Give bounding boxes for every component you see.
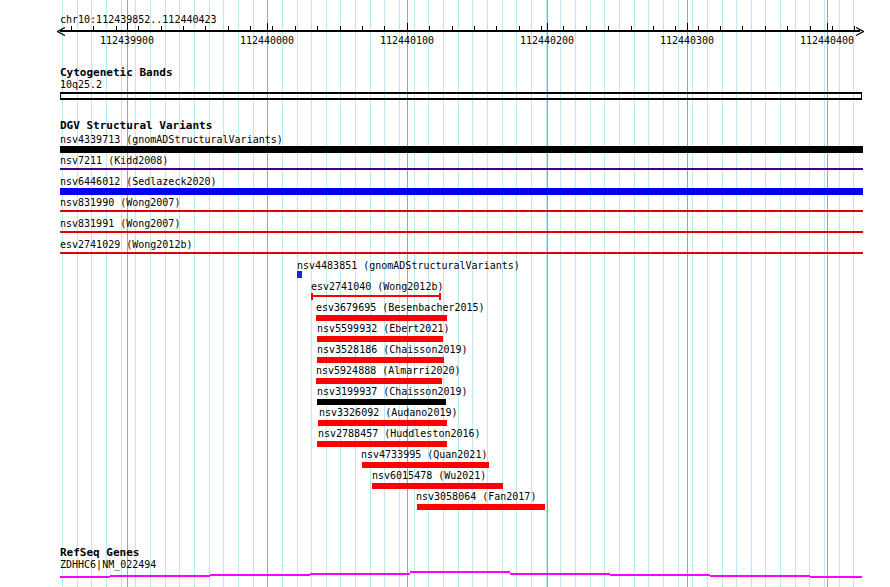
gene-segment[interactable] — [310, 573, 410, 575]
gene-segment[interactable] — [110, 575, 210, 577]
gene-segment[interactable] — [510, 573, 610, 575]
genome-browser-canvas: chr10:112439852..112440423 1124399001124… — [0, 0, 890, 587]
gene-layer — [0, 0, 890, 587]
gene-segment[interactable] — [410, 571, 510, 573]
gene-segment[interactable] — [810, 576, 862, 578]
gene-segment[interactable] — [710, 575, 810, 577]
gene-segment[interactable] — [210, 574, 310, 576]
gene-segment[interactable] — [60, 576, 110, 578]
gene-segment[interactable] — [610, 574, 710, 576]
